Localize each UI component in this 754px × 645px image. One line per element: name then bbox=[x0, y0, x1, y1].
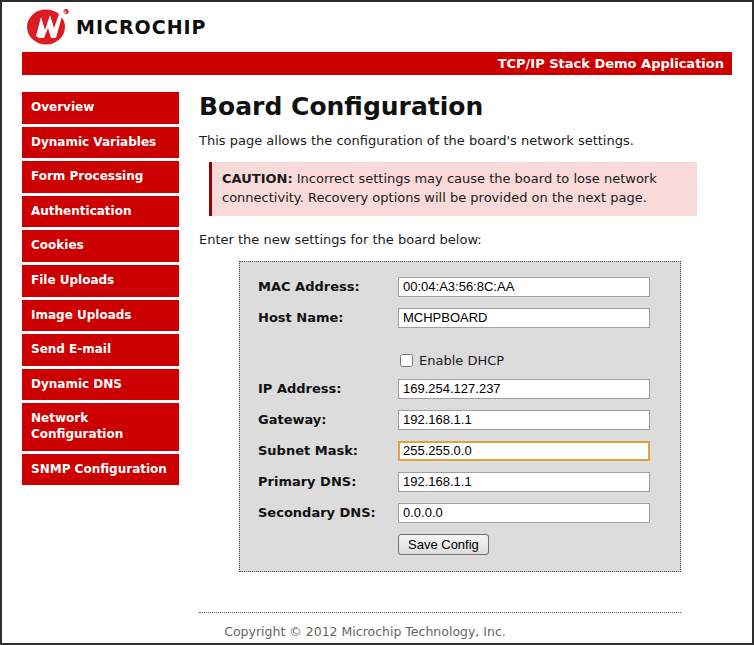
app-title: TCP/IP Stack Demo Application bbox=[498, 56, 724, 71]
enter-settings-text: Enter the new settings for the board bel… bbox=[199, 232, 732, 247]
mac-address-row: MAC Address: bbox=[258, 277, 680, 297]
sidebar-item-file-uploads[interactable]: File Uploads bbox=[22, 265, 179, 297]
host-name-label: Host Name: bbox=[258, 310, 398, 325]
sidebar-item-overview[interactable]: Overview bbox=[22, 92, 179, 124]
sidebar-item-dynamic-dns[interactable]: Dynamic DNS bbox=[22, 369, 179, 401]
enable-dhcp-checkbox[interactable] bbox=[400, 354, 413, 367]
secondary-dns-row: Secondary DNS: bbox=[258, 503, 680, 523]
subnet-mask-label: Subnet Mask: bbox=[258, 443, 398, 458]
secondary-dns-input[interactable] bbox=[398, 503, 650, 523]
microchip-logo-icon: R bbox=[26, 8, 70, 45]
sidebar-item-snmp-configuration[interactable]: SNMP Configuration bbox=[22, 454, 179, 486]
ip-address-input[interactable] bbox=[398, 379, 650, 399]
primary-dns-input[interactable] bbox=[398, 472, 650, 492]
network-settings-form: MAC Address: Host Name: Enable DHCP IP A… bbox=[239, 261, 681, 572]
page-header: R MICROCHIP bbox=[2, 2, 752, 46]
content-layout: Overview Dynamic Variables Form Processi… bbox=[2, 75, 752, 639]
gateway-label: Gateway: bbox=[258, 412, 398, 427]
sidebar-item-network-configuration[interactable]: Network Configuration bbox=[22, 403, 179, 450]
sidebar-item-image-uploads[interactable]: Image Uploads bbox=[22, 300, 179, 332]
gateway-input[interactable] bbox=[398, 410, 650, 430]
save-button-row: Save Config bbox=[258, 534, 680, 555]
sidebar-item-dynamic-variables[interactable]: Dynamic Variables bbox=[22, 127, 179, 159]
host-name-input[interactable] bbox=[398, 308, 650, 328]
mac-address-label: MAC Address: bbox=[258, 279, 398, 294]
enable-dhcp-row: Enable DHCP bbox=[398, 353, 680, 368]
sidebar-item-authentication[interactable]: Authentication bbox=[22, 196, 179, 228]
subnet-mask-row: Subnet Mask: bbox=[258, 441, 680, 461]
subnet-mask-input[interactable] bbox=[398, 441, 650, 461]
form-spacer bbox=[258, 339, 680, 353]
page-title: Board Configuration bbox=[199, 92, 732, 121]
intro-text: This page allows the configuration of th… bbox=[199, 133, 732, 148]
ip-address-label: IP Address: bbox=[258, 381, 398, 396]
app-titlebar: TCP/IP Stack Demo Application bbox=[22, 52, 732, 75]
secondary-dns-label: Secondary DNS: bbox=[258, 505, 398, 520]
sidebar-item-send-email[interactable]: Send E-mail bbox=[22, 334, 179, 366]
gateway-row: Gateway: bbox=[258, 410, 680, 430]
enable-dhcp-label: Enable DHCP bbox=[419, 353, 504, 368]
primary-dns-row: Primary DNS: bbox=[258, 472, 680, 492]
save-config-button[interactable]: Save Config bbox=[398, 534, 489, 555]
page-footer: Copyright © 2012 Microchip Technology, I… bbox=[199, 612, 681, 639]
sidebar-item-form-processing[interactable]: Form Processing bbox=[22, 161, 179, 193]
main-content: Board Configuration This page allows the… bbox=[199, 92, 732, 639]
copyright-text: Copyright © 2012 Microchip Technology, I… bbox=[199, 624, 681, 639]
sidebar-item-cookies[interactable]: Cookies bbox=[22, 230, 179, 262]
caution-box: CAUTION: Incorrect settings may cause th… bbox=[209, 162, 697, 216]
sidebar-nav: Overview Dynamic Variables Form Processi… bbox=[22, 92, 179, 488]
brand-wordmark: MICROCHIP bbox=[76, 16, 207, 38]
ip-address-row: IP Address: bbox=[258, 379, 680, 399]
caution-label: CAUTION: bbox=[222, 171, 293, 186]
mac-address-input[interactable] bbox=[398, 277, 650, 297]
host-name-row: Host Name: bbox=[258, 308, 680, 328]
primary-dns-label: Primary DNS: bbox=[258, 474, 398, 489]
